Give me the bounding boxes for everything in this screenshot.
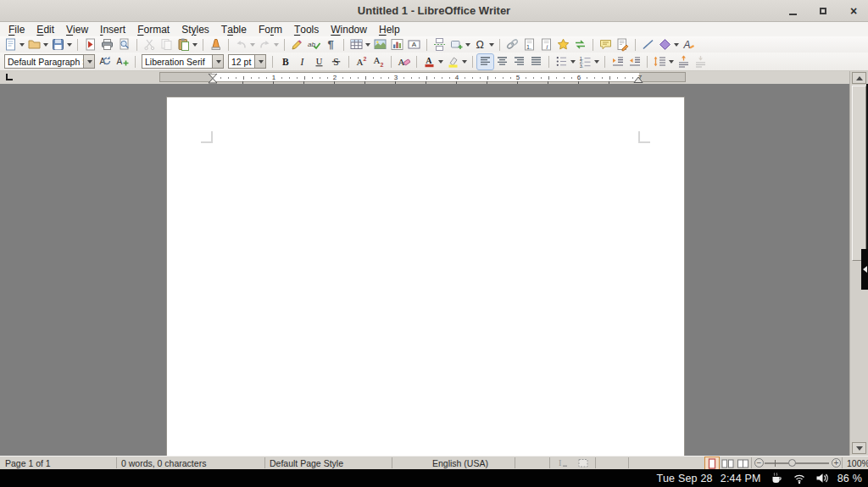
insert-comment-button[interactable]	[598, 37, 614, 53]
word-count-status[interactable]: 0 words, 0 characters	[121, 458, 206, 468]
dropdown-arrow-icon[interactable]	[250, 43, 255, 47]
insert-endnote-button[interactable]: i	[538, 37, 554, 53]
insert-table-button[interactable]	[348, 37, 371, 53]
font-name-combobox[interactable]: Liberation Serif	[142, 54, 224, 69]
insert-page-break-button[interactable]	[431, 37, 448, 53]
update-style-button[interactable]: A	[97, 54, 114, 69]
menu-table[interactable]: Table	[215, 22, 253, 36]
track-changes-button[interactable]	[615, 37, 631, 53]
zoom-level-status[interactable]: 100%	[847, 458, 868, 468]
battery-percentage[interactable]: 86 %	[837, 473, 862, 484]
wifi-icon[interactable]	[792, 471, 807, 485]
font-name-dropdown-button[interactable]	[212, 55, 223, 68]
scrollbar-thumb[interactable]	[852, 86, 866, 261]
dropdown-arrow-icon[interactable]	[274, 43, 279, 47]
menu-window[interactable]: Window	[325, 22, 373, 36]
menu-file[interactable]: File	[3, 22, 31, 36]
numbered-list-button[interactable]: 1.2.3.	[577, 54, 600, 69]
menu-insert[interactable]: Insert	[94, 22, 131, 36]
dropdown-arrow-icon[interactable]	[43, 43, 48, 47]
print-button[interactable]	[99, 37, 115, 53]
caffeine-icon[interactable]	[769, 471, 784, 485]
basic-shapes-button[interactable]	[657, 37, 680, 53]
minimize-button[interactable]	[787, 5, 798, 17]
insert-textbox-button[interactable]: A	[406, 37, 422, 53]
close-button[interactable]: ×	[848, 5, 860, 17]
strikethrough-button[interactable]: S	[328, 54, 344, 69]
line-spacing-button[interactable]	[652, 54, 675, 69]
zoom-out-button[interactable]: −	[754, 458, 764, 468]
new-style-button[interactable]: A	[114, 54, 131, 69]
paste-button[interactable]	[175, 37, 198, 53]
document-page[interactable]	[166, 97, 685, 456]
insert-mode-icon[interactable]: I	[556, 457, 570, 469]
tab-type-selector-icon[interactable]	[6, 74, 13, 80]
dropdown-arrow-icon[interactable]	[669, 60, 674, 64]
insert-field-button[interactable]	[448, 37, 471, 53]
selection-mode-icon[interactable]	[576, 457, 591, 469]
insert-image-button[interactable]	[372, 37, 388, 53]
increase-indent-button[interactable]	[609, 54, 626, 69]
increase-paragraph-spacing-button[interactable]	[676, 54, 692, 69]
highlight-color-button[interactable]	[445, 54, 468, 69]
formatting-marks-button[interactable]: ¶	[323, 37, 339, 53]
fontwork-button[interactable]: A	[681, 37, 697, 53]
menu-format[interactable]: Format	[131, 22, 175, 36]
dropdown-arrow-icon[interactable]	[19, 43, 25, 47]
taskbar-date[interactable]: Tue Sep 28	[657, 473, 713, 484]
insert-hyperlink-button[interactable]	[504, 37, 520, 53]
align-right-button[interactable]	[511, 54, 527, 69]
sidebar-toggle-handle[interactable]	[861, 249, 868, 290]
insert-chart-button[interactable]	[389, 37, 405, 53]
paragraph-style-combobox[interactable]: Default Paragraph Sty	[4, 54, 95, 69]
view-single-page-button[interactable]	[705, 457, 719, 469]
print-preview-button[interactable]	[116, 37, 132, 53]
dropdown-arrow-icon[interactable]	[438, 60, 443, 64]
align-justify-button[interactable]	[528, 54, 544, 69]
auto-spellcheck-button[interactable]: ab	[306, 37, 322, 53]
language-status[interactable]: English (USA)	[432, 458, 488, 468]
font-color-button[interactable]: A	[421, 54, 444, 69]
page-number-status[interactable]: Page 1 of 1	[5, 458, 51, 468]
zoom-slider-thumb[interactable]	[788, 459, 796, 467]
horizontal-ruler[interactable]: 1234567	[159, 72, 686, 82]
volume-icon[interactable]	[815, 471, 830, 485]
align-left-button[interactable]	[477, 54, 493, 69]
insert-cross-reference-button[interactable]	[572, 37, 588, 53]
decrease-indent-button[interactable]	[626, 54, 643, 69]
insert-footnote-button[interactable]: 1.	[521, 37, 537, 53]
view-multi-page-button[interactable]	[721, 457, 734, 469]
scroll-down-button[interactable]	[852, 442, 866, 454]
dropdown-arrow-icon[interactable]	[570, 60, 576, 64]
dropdown-arrow-icon[interactable]	[462, 60, 467, 64]
paragraph-style-dropdown-button[interactable]	[83, 55, 94, 68]
scroll-up-button[interactable]	[852, 72, 866, 84]
insert-special-character-button[interactable]: Ω	[472, 37, 495, 53]
menu-view[interactable]: View	[60, 22, 94, 36]
dropdown-arrow-icon[interactable]	[489, 43, 494, 47]
view-book-button[interactable]	[736, 457, 749, 469]
dropdown-arrow-icon[interactable]	[192, 43, 198, 47]
italic-button[interactable]: I	[294, 54, 310, 69]
dropdown-arrow-icon[interactable]	[67, 43, 72, 47]
zoom-in-button[interactable]: +	[832, 458, 841, 468]
menu-styles[interactable]: Styles	[175, 22, 215, 36]
menu-form[interactable]: Form	[253, 22, 288, 36]
bullet-list-button[interactable]	[554, 54, 576, 69]
menu-tools[interactable]: Tools	[288, 22, 325, 36]
insert-line-button[interactable]	[640, 37, 656, 53]
menu-edit[interactable]: Edit	[31, 22, 60, 36]
open-button[interactable]	[26, 37, 49, 53]
font-size-combobox[interactable]: 12 pt	[228, 54, 266, 69]
bold-button[interactable]: B	[277, 54, 293, 69]
spelling-button[interactable]	[289, 37, 305, 53]
save-button[interactable]	[50, 37, 73, 53]
subscript-button[interactable]: A2	[370, 54, 387, 69]
new-document-button[interactable]	[3, 37, 25, 53]
maximize-button[interactable]	[817, 5, 829, 17]
dropdown-arrow-icon[interactable]	[594, 60, 599, 64]
page-style-status[interactable]: Default Page Style	[270, 458, 343, 468]
clone-formatting-button[interactable]	[208, 37, 224, 53]
taskbar-clock[interactable]: 2:44 PM	[721, 473, 761, 484]
superscript-button[interactable]: A2	[353, 54, 370, 69]
